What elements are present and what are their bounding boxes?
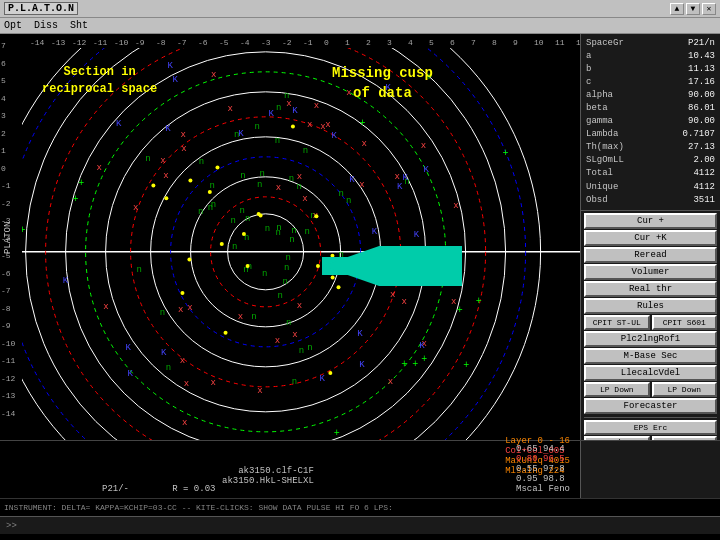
right-panel: SpaceGrP21/n a10.43 b11.13 c17.16 alpha9… <box>580 34 720 440</box>
crystal-params: SpaceGrP21/n a10.43 b11.13 c17.16 alpha9… <box>581 34 720 211</box>
total-label: Total <box>586 167 613 180</box>
cur-k-button[interactable]: Cur +K <box>584 230 717 246</box>
footer-text: >> <box>6 521 17 531</box>
lp-down-button[interactable]: LP Down <box>584 382 650 397</box>
cpit-strul-button[interactable]: CPIT ST-UL <box>584 315 650 330</box>
section-label: Section in reciprocal space <box>42 64 157 98</box>
center-visualization: Section in reciprocal space Missing cusp… <box>22 34 580 440</box>
cpit-s601-button[interactable]: CPIT S601 <box>652 315 718 330</box>
minimize-button[interactable]: ▲ <box>670 3 684 15</box>
bottom-info: Layer 0 - 16 Col+Col_005 MaxUnlq 4015 Ml… <box>22 441 580 498</box>
beta-value: 86.01 <box>688 102 715 115</box>
title-buttons[interactable]: ▲ ▼ ✕ <box>670 3 716 15</box>
c-label: c <box>586 76 591 89</box>
title-bar-left: P.L.A.T.O.N <box>4 2 78 15</box>
total-value: 4112 <box>693 167 715 180</box>
title-bar: P.L.A.T.O.N ▲ ▼ ✕ <box>0 0 720 18</box>
filename2: ak3150.HkL-SHELXL <box>222 476 314 486</box>
gamma-label: gamma <box>586 115 613 128</box>
forecaster-button[interactable]: Forecaster <box>584 398 717 414</box>
spacegroup-value: P21/n <box>688 37 715 50</box>
val2: 0.80 96.5 <box>516 454 570 464</box>
real-thr-button[interactable]: Real thr <box>584 281 717 297</box>
alpha-value: 90.00 <box>688 89 715 102</box>
gamma-value: 90.00 <box>688 115 715 128</box>
eps-error-button[interactable]: EPS Erc <box>584 420 717 435</box>
menu-bar: Opt Diss Sht <box>0 18 720 34</box>
left-axis <box>0 34 22 440</box>
cur-e-button[interactable]: Cur + <box>584 213 717 229</box>
reread-button[interactable]: Reread <box>584 247 717 263</box>
b-label: b <box>586 63 591 76</box>
right-buttons: Cur + Cur +K Reread Volumer Real thr Rul… <box>581 211 720 440</box>
missing-cusp-label: Missing cusp of data <box>332 64 433 103</box>
unique-label: Unique <box>586 181 618 194</box>
volumer-button[interactable]: Volumer <box>584 264 717 280</box>
lambda-value: 0.7107 <box>683 128 715 141</box>
lambda-label: Lambda <box>586 128 618 141</box>
unique-value: 4112 <box>693 181 715 194</box>
b-value: 11.13 <box>688 63 715 76</box>
rules-button[interactable]: Rules <box>584 298 717 314</box>
menu-sht[interactable]: Sht <box>70 20 88 31</box>
footer: >> <box>0 516 720 534</box>
thmax-value: 27.13 <box>688 141 715 154</box>
mscal-feno: Mscal Feno <box>516 484 570 494</box>
val4: 0.95 98.8 <box>516 474 570 484</box>
alpha-label: alpha <box>586 89 613 102</box>
beta-label: beta <box>586 102 608 115</box>
maximize-button[interactable]: ▼ <box>686 3 700 15</box>
exit-button[interactable]: Exit <box>584 436 650 440</box>
val3: 0.55 97.8 <box>516 464 570 474</box>
m-base-sec-button[interactable]: M-Base Sec <box>584 348 717 364</box>
spacegroup-label: SpaceGr <box>586 37 624 50</box>
missing-cusp-arrow <box>312 246 462 286</box>
lp-down2-button[interactable]: LP Down <box>652 382 718 397</box>
r-value: R = 0.03 <box>172 484 215 494</box>
lan-active-button[interactable]: Lan Active <box>652 436 718 440</box>
status-bar: INSTRUMENT: DELTA= KAPPA=KCHIP=03-CC -- … <box>0 498 720 516</box>
obsd-label: Obsd <box>586 194 608 207</box>
close-button[interactable]: ✕ <box>702 3 716 15</box>
status-text: INSTRUMENT: DELTA= KAPPA=KCHIP=03-CC -- … <box>4 503 393 512</box>
app-logo: P.L.A.T.O.N <box>4 2 78 15</box>
slgomll-label: SLgOmLL <box>586 154 624 167</box>
menu-diss[interactable]: Diss <box>34 20 58 31</box>
a-value: 10.43 <box>688 50 715 63</box>
obsd-value: 3511 <box>693 194 715 207</box>
val1: 0.65 94.4 <box>516 444 570 454</box>
filename1: ak3150.clf-C1F <box>222 466 314 476</box>
llecalcvdel-button[interactable]: LlecalcVdel <box>584 365 717 381</box>
thmax-label: Th(max) <box>586 141 624 154</box>
plc2lngrof1-button[interactable]: Plc2lngRof1 <box>584 331 717 347</box>
formula: P21/- <box>102 484 129 494</box>
c-value: 17.16 <box>688 76 715 89</box>
slgomll-value: 2.00 <box>693 154 715 167</box>
menu-opt[interactable]: Opt <box>4 20 22 31</box>
a-label: a <box>586 50 591 63</box>
